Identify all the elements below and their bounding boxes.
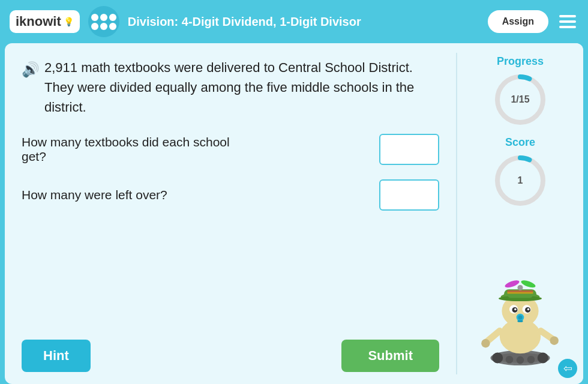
menu-line	[559, 20, 576, 23]
score-circle: 1	[493, 154, 547, 208]
hint-button[interactable]: Hint	[22, 340, 91, 372]
activity-icon	[88, 6, 119, 37]
score-title: Score	[505, 136, 535, 149]
score-value: 1	[518, 175, 523, 186]
svg-point-20	[518, 285, 523, 290]
svg-rect-31	[518, 320, 523, 323]
dot	[109, 14, 116, 21]
assign-button[interactable]: Assign	[488, 10, 548, 33]
svg-point-28	[527, 308, 530, 311]
svg-point-8	[506, 356, 514, 364]
dot	[109, 23, 116, 30]
svg-point-30	[518, 315, 522, 319]
dot	[91, 23, 98, 30]
progress-value: 1/15	[511, 94, 529, 105]
menu-line	[559, 26, 576, 28]
progress-circle: 1/15	[493, 73, 547, 127]
svg-rect-35	[507, 292, 533, 294]
mascot-svg	[472, 258, 568, 366]
svg-point-10	[517, 356, 524, 364]
dot	[91, 14, 98, 21]
bulb-icon: 💡	[64, 17, 74, 26]
back-button[interactable]: ⇦	[558, 359, 577, 378]
question-1-label: How many textbooks did each school get?	[22, 135, 250, 164]
svg-point-6	[492, 353, 503, 364]
question-2-label: How many were left over?	[22, 188, 167, 202]
main-content: 🔊 2,911 math textbooks were delivered to…	[5, 43, 583, 384]
answer-input-2[interactable]	[379, 179, 439, 211]
svg-point-15	[550, 337, 559, 345]
header: iknowit 💡 Division: 4-Digit Dividend, 1-…	[0, 0, 588, 43]
left-panel: 🔊 2,911 math textbooks were delivered to…	[5, 43, 456, 384]
question-block: 🔊 2,911 math textbooks were delivered to…	[22, 58, 439, 117]
right-panel: Progress 1/15 Score 1	[457, 43, 583, 384]
dots-grid	[91, 14, 116, 30]
logo: iknowit 💡	[10, 10, 80, 33]
page-title: Division: 4-Digit Dividend, 1-Digit Divi…	[128, 15, 479, 29]
mascot-area	[472, 217, 568, 372]
logo-text: iknowit	[16, 14, 61, 29]
submit-button[interactable]: Submit	[341, 340, 439, 372]
svg-line-12	[487, 331, 500, 342]
menu-line	[559, 15, 576, 17]
menu-button[interactable]	[557, 13, 578, 31]
bottom-buttons: Hint Submit	[22, 340, 439, 372]
svg-point-7	[538, 353, 548, 364]
dot	[100, 14, 107, 21]
svg-line-14	[541, 331, 553, 340]
question-text: 2,911 math textbooks were delivered to C…	[44, 58, 439, 117]
progress-title: Progress	[497, 55, 544, 68]
svg-point-27	[514, 308, 517, 311]
answer-input-1[interactable]	[379, 134, 439, 165]
dot	[100, 23, 107, 30]
svg-rect-34	[507, 290, 533, 292]
svg-point-9	[527, 356, 535, 364]
sound-icon[interactable]: 🔊	[22, 59, 40, 80]
answer-row-1: How many textbooks did each school get?	[22, 134, 439, 165]
answer-row-2: How many were left over?	[22, 179, 439, 211]
svg-point-13	[481, 339, 490, 347]
